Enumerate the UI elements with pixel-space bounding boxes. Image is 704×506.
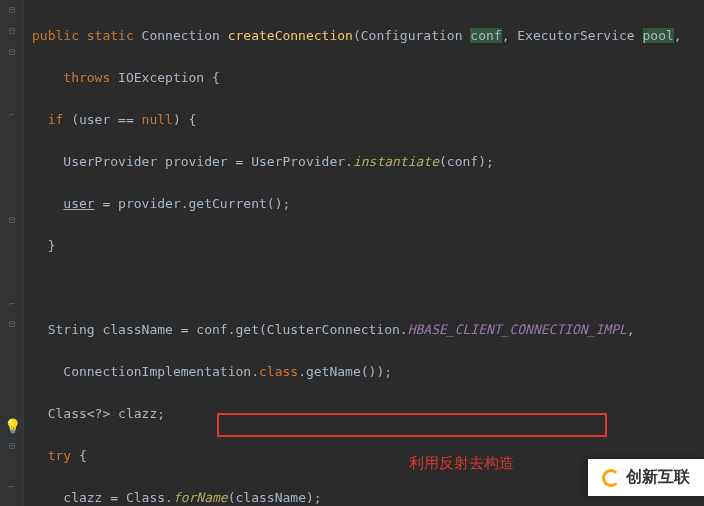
code-line: UserProvider provider = UserProvider.ins… xyxy=(32,151,704,172)
fold-marker-icon[interactable]: ⊟ xyxy=(6,25,18,37)
code-line: String className = conf.get(ClusterConne… xyxy=(32,319,704,340)
watermark-text: 创新互联 xyxy=(626,467,690,488)
code-line xyxy=(32,277,704,298)
code-line: ConnectionImplementation.class.getName()… xyxy=(32,361,704,382)
editor-gutter: ⊟ ⊟ ⊟ ⌐ ⊟ ⌐ ⊟ 💡 ⊟ ⌐ xyxy=(0,0,24,506)
intention-bulb-icon[interactable]: 💡 xyxy=(4,418,21,434)
code-line: } xyxy=(32,235,704,256)
fold-marker-icon[interactable]: ⊟ xyxy=(6,46,18,58)
code-line: throws IOException { xyxy=(32,67,704,88)
watermark-logo-icon xyxy=(602,469,620,487)
fold-marker-icon[interactable]: ⊟ xyxy=(6,4,18,16)
fold-end-icon[interactable]: ⌐ xyxy=(6,481,18,493)
code-line: Class<?> clazz; xyxy=(32,403,704,424)
code-line: public static Connection createConnectio… xyxy=(32,25,704,46)
annotation-text: 利用反射去构造 xyxy=(409,452,514,473)
fold-marker-icon[interactable]: ⊟ xyxy=(6,440,18,452)
code-line: if (user == null) { xyxy=(32,109,704,130)
fold-marker-icon[interactable]: ⊟ xyxy=(6,214,18,226)
fold-end-icon[interactable]: ⌐ xyxy=(6,298,18,310)
fold-marker-icon[interactable]: ⊟ xyxy=(6,318,18,330)
watermark-badge: 创新互联 xyxy=(588,459,704,496)
fold-end-icon[interactable]: ⌐ xyxy=(6,109,18,121)
code-line: user = provider.getCurrent(); xyxy=(32,193,704,214)
code-editor[interactable]: public static Connection createConnectio… xyxy=(24,0,704,506)
